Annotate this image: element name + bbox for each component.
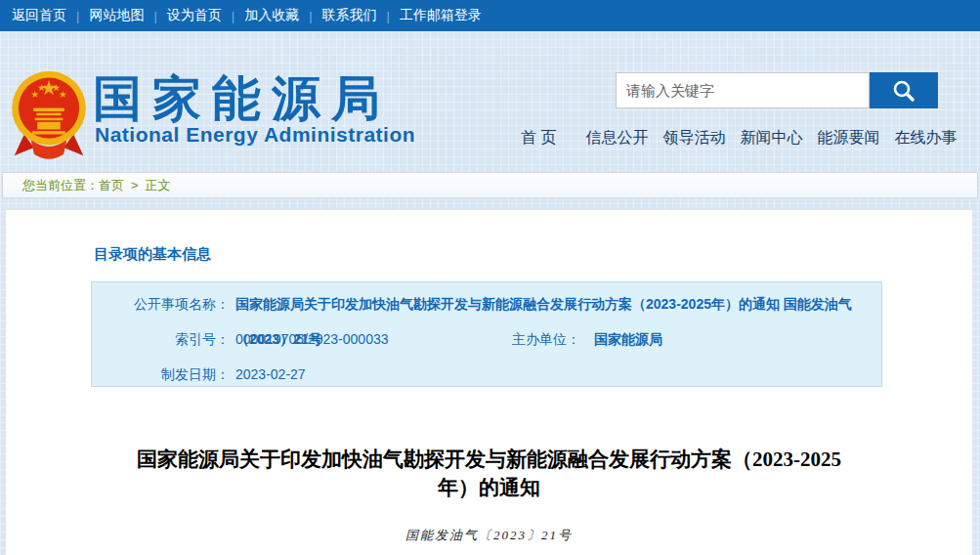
org-value: 国家能源局 xyxy=(594,321,662,357)
nav-item-leadership[interactable]: 领导活动 xyxy=(662,128,725,149)
search-input[interactable] xyxy=(616,72,870,108)
national-emblem-logo xyxy=(8,68,90,168)
search-button[interactable] xyxy=(870,72,938,108)
date-value: 2023-02-27 xyxy=(235,357,306,392)
main-nav: 首 页 信息公开 领导活动 新闻中心 能源要闻 在线办事 xyxy=(521,128,957,149)
breadcrumb-current: 正文 xyxy=(146,177,171,194)
index-value: 000019705/2023-000033 xyxy=(235,321,389,357)
doc-number: 国能发油气〔2023〕21号 xyxy=(6,527,972,544)
topbar-separator: | xyxy=(153,9,156,23)
info-box: 公开事项名称： 国家能源局关于印发加快油气勘探开发与新能源融合发展行动方案（20… xyxy=(91,281,882,387)
article-title-wrap: 国家能源局关于印发加快油气勘探开发与新能源融合发展行动方案（2023-2025年… xyxy=(6,446,972,502)
topbar-separator: | xyxy=(309,9,312,23)
nav-item-online-services[interactable]: 在线办事 xyxy=(894,128,957,149)
article-title: 国家能源局关于印发加快油气勘探开发与新能源融合发展行动方案（2023-2025年… xyxy=(127,446,852,502)
info-row-name: 公开事项名称： 国家能源局关于印发加快油气勘探开发与新能源融合发展行动方案（20… xyxy=(92,286,881,321)
nav-item-info-disclosure[interactable]: 信息公开 xyxy=(585,128,648,149)
nav-item-news-center[interactable]: 新闻中心 xyxy=(740,128,802,149)
topbar-link-set-homepage[interactable]: 设为首页 xyxy=(167,7,222,24)
site-title-cn: 国家能源局 xyxy=(93,66,391,132)
breadcrumb-separator: > xyxy=(131,178,139,192)
site-header: 国家能源局 National Energy Administration 首 页… xyxy=(0,31,980,168)
name-value: 国家能源局关于印发加快油气勘探开发与新能源融合发展行动方案（2023-2025年… xyxy=(235,286,881,321)
topbar-separator: | xyxy=(387,9,390,23)
topbar-link-work-email-login[interactable]: 工作邮箱登录 xyxy=(400,7,482,24)
topbar-link-contact-us[interactable]: 联系我们 xyxy=(322,7,377,24)
topbar-link-sitemap[interactable]: 网站地图 xyxy=(89,7,144,24)
org-label: 主办单位： xyxy=(500,321,580,357)
topbar-link-return-home[interactable]: 返回首页 xyxy=(12,7,66,24)
date-label: 制发日期： xyxy=(92,357,230,392)
index-label: 索引号： xyxy=(92,321,230,357)
site-title-en: National Energy Administration xyxy=(95,123,415,147)
breadcrumb-link-home[interactable]: 首页 xyxy=(99,177,124,194)
breadcrumb: 您当前位置： 首页 > 正文 xyxy=(2,172,978,198)
section-heading: 目录项的基本信息 xyxy=(94,245,211,264)
topbar-separator: | xyxy=(232,9,234,23)
nav-item-home[interactable]: 首 页 xyxy=(521,128,556,149)
topbar-link-add-favorite[interactable]: 加入收藏 xyxy=(244,7,299,24)
topbar: 返回首页 | 网站地图 | 设为首页 | 加入收藏 | 联系我们 | 工作邮箱登… xyxy=(0,0,980,31)
name-label: 公开事项名称： xyxy=(92,286,230,321)
info-row-index: 索引号： 000019705/2023-000033 主办单位： 国家能源局 xyxy=(92,321,881,357)
info-row-date: 制发日期： 2023-02-27 xyxy=(92,357,881,392)
topbar-separator: | xyxy=(76,9,79,23)
content-panel: 目录项的基本信息 公开事项名称： 国家能源局关于印发加快油气勘探开发与新能源融合… xyxy=(5,209,973,555)
breadcrumb-prefix: 您当前位置： xyxy=(22,177,99,194)
nav-item-energy-news[interactable]: 能源要闻 xyxy=(817,128,879,149)
search-icon xyxy=(891,78,916,104)
